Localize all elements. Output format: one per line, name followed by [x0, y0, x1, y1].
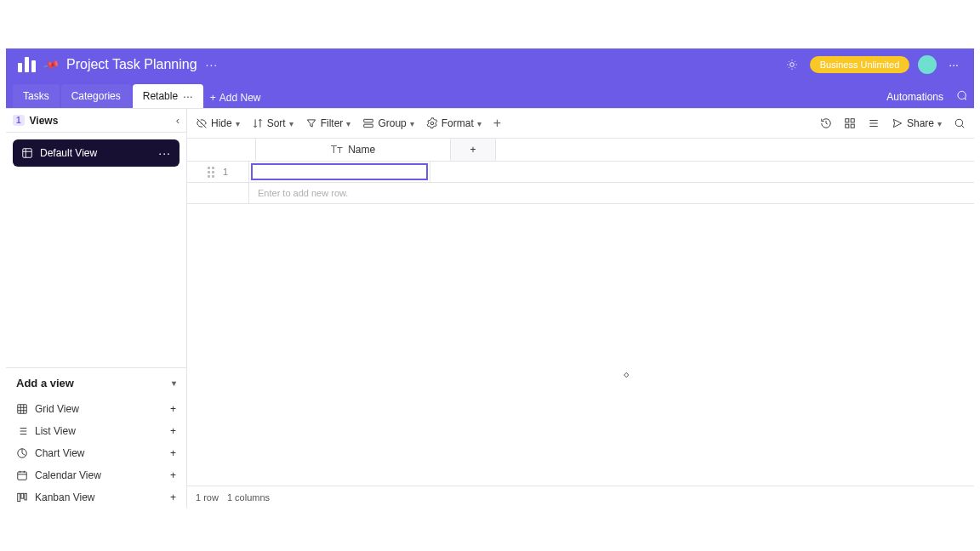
svg-rect-1	[23, 149, 32, 158]
chat-icon[interactable]	[955, 89, 967, 104]
svg-rect-8	[364, 119, 373, 122]
plus-icon: +	[170, 491, 176, 503]
svg-rect-9	[364, 124, 373, 128]
chevron-down-icon: ▾	[172, 378, 176, 388]
group-button[interactable]: Group▾	[362, 117, 413, 129]
view-default-label: Default View	[40, 147, 97, 159]
row-number: 1	[223, 167, 228, 177]
svg-point-15	[955, 119, 962, 126]
add-row-hint[interactable]: Enter to add new row.	[187, 183, 974, 204]
svg-rect-12	[851, 119, 854, 122]
list-layout-icon[interactable]	[868, 117, 880, 129]
svg-rect-6	[21, 493, 24, 498]
add-column-button[interactable]: +	[451, 139, 496, 161]
collapse-sidebar-icon[interactable]: ‹	[176, 114, 179, 127]
hide-columns-button[interactable]: Hide▾	[196, 117, 240, 129]
format-button[interactable]: Format▾	[426, 117, 481, 129]
table-row[interactable]: 1	[187, 162, 974, 183]
plan-badge[interactable]: Business Unlimited	[810, 56, 910, 73]
avatar[interactable]	[918, 55, 937, 74]
project-more-icon[interactable]: ···	[206, 58, 219, 71]
cursor-icon: ⬦	[623, 366, 630, 380]
add-view-toggle[interactable]: Add a view ▾	[6, 368, 186, 398]
pin-icon: 📌	[42, 56, 60, 74]
svg-rect-14	[851, 124, 854, 128]
tab-categories[interactable]: Categories	[61, 84, 131, 108]
views-count-badge: 1	[13, 115, 25, 126]
plus-icon: +	[170, 469, 176, 481]
add-chart-view[interactable]: Chart View+	[6, 442, 186, 464]
svg-rect-5	[18, 493, 20, 501]
svg-point-0	[789, 63, 794, 67]
add-grid-view[interactable]: Grid View+	[6, 398, 186, 420]
drag-handle-icon[interactable]	[208, 167, 214, 178]
plus-icon: +	[210, 92, 216, 104]
svg-rect-2	[18, 405, 27, 414]
svg-rect-11	[846, 119, 849, 122]
project-title[interactable]: Project Task Planning	[66, 57, 197, 72]
search-icon[interactable]	[954, 117, 966, 129]
cell-name-input[interactable]	[251, 163, 428, 180]
sort-button[interactable]: Sort▾	[252, 117, 293, 129]
theme-toggle-icon[interactable]	[783, 55, 801, 74]
svg-rect-7	[25, 493, 26, 500]
automations-link[interactable]: Automations	[886, 91, 943, 103]
grid-layout-icon[interactable]	[844, 117, 856, 129]
plus-icon: +	[170, 425, 176, 437]
row-number-header	[187, 139, 256, 161]
plus-icon: +	[170, 447, 176, 459]
add-calendar-view[interactable]: Calendar View+	[6, 464, 186, 486]
view-default[interactable]: Default View ···	[13, 139, 179, 167]
add-new-tab-button[interactable]: + Add New	[210, 92, 261, 104]
history-icon[interactable]	[820, 117, 832, 129]
views-label: Views	[30, 115, 59, 127]
add-list-view[interactable]: List View+	[6, 420, 186, 442]
svg-rect-13	[846, 124, 849, 128]
text-type-icon: Tᴛ	[331, 144, 343, 156]
filter-button[interactable]: Filter▾	[305, 117, 351, 129]
column-name-header[interactable]: Tᴛ Name	[256, 139, 451, 161]
tab-retable[interactable]: Retable ···	[133, 84, 203, 108]
plus-icon: +	[170, 403, 176, 415]
add-column-toolbar-button[interactable]: +	[493, 116, 501, 131]
tab-tasks[interactable]: Tasks	[13, 84, 60, 108]
status-rows: 1 row	[196, 492, 219, 503]
header-more-icon[interactable]: ···	[945, 54, 962, 75]
share-button[interactable]: Share▾	[892, 117, 942, 129]
tab-more-icon[interactable]: ···	[183, 90, 193, 102]
svg-rect-4	[18, 472, 27, 480]
add-kanban-view[interactable]: Kanban View+	[6, 486, 186, 508]
status-cols: 1 columns	[227, 492, 270, 503]
svg-point-10	[430, 122, 434, 125]
view-more-icon[interactable]: ···	[158, 146, 171, 160]
app-logo[interactable]	[18, 57, 36, 72]
